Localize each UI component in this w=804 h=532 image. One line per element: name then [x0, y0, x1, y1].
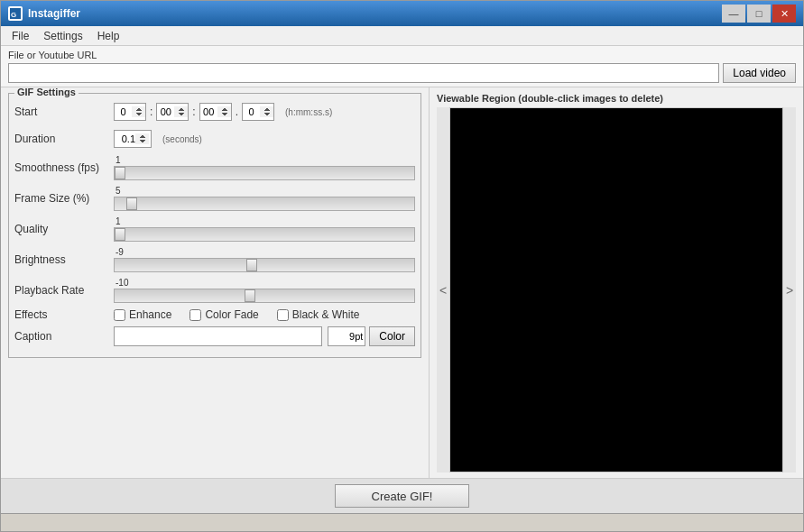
start-controls: : : . (h:mm:ss.s): [114, 103, 415, 121]
load-video-button[interactable]: Load video: [723, 63, 796, 83]
create-gif-button[interactable]: Create GIF!: [335, 484, 470, 508]
start-minutes[interactable]: [156, 103, 189, 121]
effects-row: Effects Enhance Color Fade: [14, 308, 415, 321]
status-bar: [1, 513, 803, 531]
start-seconds[interactable]: [199, 103, 232, 121]
smoothness-slider[interactable]: [114, 166, 415, 180]
smoothness-label: Smoothness (fps): [14, 161, 114, 174]
quality-value: 1: [116, 216, 415, 226]
main-content: GIF Settings Start : : . (h: [1, 87, 803, 478]
sep3: .: [236, 105, 238, 118]
brightness-value: -9: [116, 247, 415, 257]
menu-settings[interactable]: Settings: [36, 28, 89, 44]
caption-input[interactable]: [114, 326, 322, 346]
playback-rate-label: Playback Rate: [14, 284, 114, 297]
left-arrow[interactable]: <: [437, 107, 449, 472]
caption-pt-input[interactable]: [328, 326, 365, 346]
frame-size-slider[interactable]: [114, 197, 415, 211]
minimize-button[interactable]: —: [722, 5, 745, 23]
sep2: :: [192, 105, 195, 118]
smoothness-row: Smoothness (fps) 1: [14, 155, 415, 180]
frame-size-row: Frame Size (%) 5: [14, 186, 415, 211]
black-white-checkbox-item[interactable]: Black & White: [277, 308, 360, 321]
black-white-label: Black & White: [292, 308, 360, 321]
quality-label: Quality: [14, 223, 114, 235]
menu-help[interactable]: Help: [90, 28, 127, 44]
brightness-label: Brightness: [14, 253, 114, 266]
enhance-label: Enhance: [129, 308, 171, 321]
playback-rate-slider[interactable]: [114, 289, 415, 303]
viewable-region-label: Viewable Region (double-click images to …: [437, 93, 796, 104]
color-fade-checkbox-item[interactable]: Color Fade: [189, 308, 258, 321]
start-frames[interactable]: [242, 103, 274, 121]
playback-rate-slider-container: -10: [114, 278, 415, 303]
close-button[interactable]: ✕: [772, 5, 796, 23]
smoothness-value: 1: [116, 155, 415, 165]
url-row: Load video: [8, 63, 796, 83]
brightness-slider[interactable]: [114, 258, 415, 272]
url-section: File or Youtube URL Load video: [1, 46, 803, 87]
brightness-row: Brightness -9: [14, 247, 415, 272]
left-panel: GIF Settings Start : : . (h: [1, 87, 430, 478]
duration-hint: (seconds): [162, 134, 202, 144]
url-input[interactable]: [8, 63, 719, 83]
right-arrow[interactable]: >: [783, 107, 796, 472]
caption-color-button[interactable]: Color: [369, 326, 415, 346]
black-white-checkbox[interactable]: [277, 309, 289, 321]
duration-input[interactable]: [114, 130, 152, 148]
start-hint: (h:mm:ss.s): [285, 107, 332, 117]
duration-label: Duration: [14, 133, 114, 145]
app-icon: G: [8, 6, 23, 21]
enhance-checkbox[interactable]: [114, 309, 125, 321]
playback-rate-row: Playback Rate -10: [14, 278, 415, 303]
preview-area: < >: [437, 107, 796, 472]
frame-size-slider-container: 5: [114, 186, 415, 211]
caption-row: Caption Color: [14, 326, 415, 346]
frame-size-label: Frame Size (%): [14, 192, 114, 205]
main-window: G Instagiffer — □ ✕ File Settings Help F…: [0, 0, 804, 532]
menubar: File Settings Help: [1, 26, 803, 46]
gif-settings-group: GIF Settings Start : : . (h: [8, 93, 421, 358]
gif-settings-label: GIF Settings: [14, 87, 79, 97]
smoothness-slider-container: 1: [114, 155, 415, 180]
window-controls: — □ ✕: [722, 5, 796, 23]
playback-rate-value: -10: [116, 278, 415, 288]
sep1: :: [150, 105, 152, 118]
window-title: Instagiffer: [28, 7, 722, 20]
right-panel: Viewable Region (double-click images to …: [430, 87, 803, 478]
caption-controls: Color: [328, 326, 415, 346]
preview-canvas[interactable]: [449, 107, 783, 472]
duration-controls: (seconds): [114, 130, 415, 148]
quality-slider-container: 1: [114, 216, 415, 242]
gif-settings-content: Start : : . (h:mm:ss.s): [14, 101, 415, 346]
titlebar: G Instagiffer — □ ✕: [1, 1, 803, 26]
enhance-checkbox-item[interactable]: Enhance: [114, 308, 171, 321]
caption-label: Caption: [14, 330, 114, 343]
quality-slider[interactable]: [114, 227, 415, 242]
svg-text:G: G: [11, 11, 16, 19]
menu-file[interactable]: File: [5, 28, 36, 44]
effects-checkboxes: Enhance Color Fade Black & White: [114, 308, 359, 321]
start-hours[interactable]: [114, 103, 146, 121]
bottom-bar: Create GIF!: [1, 478, 803, 513]
color-fade-label: Color Fade: [205, 308, 258, 321]
duration-row: Duration (seconds): [14, 128, 415, 150]
start-label: Start: [14, 105, 114, 118]
start-row: Start : : . (h:mm:ss.s): [14, 101, 415, 123]
maximize-button[interactable]: □: [747, 5, 771, 23]
color-fade-checkbox[interactable]: [189, 309, 201, 321]
quality-row: Quality 1: [14, 216, 415, 242]
url-label: File or Youtube URL: [8, 50, 796, 60]
brightness-slider-container: -9: [114, 247, 415, 272]
frame-size-value: 5: [116, 186, 415, 196]
effects-label: Effects: [14, 308, 114, 321]
